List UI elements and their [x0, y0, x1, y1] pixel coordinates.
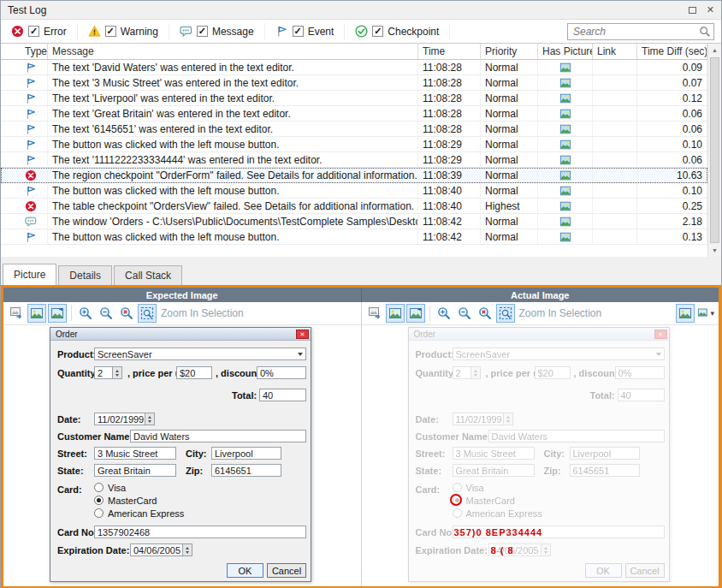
scroll-up-icon[interactable]: ▲ [708, 44, 721, 56]
window-title: Test Log [8, 4, 46, 16]
search-input[interactable] [567, 23, 714, 40]
filter-item-error[interactable]: Error [8, 23, 78, 40]
scrollbar-thumb[interactable] [710, 57, 719, 243]
filter-checkbox[interactable] [197, 26, 208, 37]
table-row[interactable]: The text '6145651' was entered in the te… [1, 122, 707, 137]
filter-checkbox[interactable] [28, 26, 39, 37]
city-label: City: [186, 448, 206, 459]
table-row[interactable]: The button was clicked with the left mou… [1, 137, 707, 152]
filter-item-message[interactable]: Message [176, 23, 265, 40]
quantity-label: Quantity: [57, 368, 98, 378]
price-field: $20 [535, 366, 571, 379]
show-comparison-button[interactable] [676, 304, 695, 323]
card-no-field: 1357902468 [94, 526, 306, 538]
message-icon [180, 25, 192, 38]
row-message: The button was clicked with the left mou… [48, 229, 418, 244]
table-row[interactable]: The region checkpoint "OrderForm" failed… [1, 168, 707, 183]
toolbar-separator [71, 306, 72, 321]
event-icon [25, 123, 37, 135]
image-options-button[interactable]: ▾ [696, 304, 715, 323]
table-row[interactable]: The button was clicked with the left mou… [1, 183, 707, 199]
column-header-type[interactable]: Type [1, 44, 48, 59]
total-field: 40 [259, 389, 306, 401]
event-icon [25, 231, 37, 243]
has-picture-icon [559, 169, 571, 181]
row-priority: Normal [481, 229, 538, 244]
filter-checkbox[interactable] [293, 26, 304, 37]
filter-item-event[interactable]: Event [272, 23, 346, 40]
radio-mastercard [94, 496, 104, 505]
date-spinner [504, 413, 513, 425]
picture-views: Order ✕ Product: ScreenSaver Quantity: 2… [3, 325, 719, 586]
table-row[interactable]: The table checkpoint "OrdersView" failed… [1, 199, 707, 214]
select-region-button[interactable] [48, 304, 67, 323]
actual-toolbar: Zoom In Selection ▾ [362, 302, 719, 324]
table-row[interactable]: The window 'Orders - C:\Users\Public\Doc… [1, 214, 707, 229]
zoom-in-button[interactable] [435, 304, 453, 323]
street-label: Street: [416, 448, 446, 459]
actual-image-title: Actual Image [362, 288, 719, 302]
zoom-out-button[interactable] [97, 304, 115, 323]
expected-image-view[interactable]: Order ✕ Product: ScreenSaver Quantity: 2… [3, 325, 362, 586]
quantity-field: 2 [94, 366, 113, 379]
table-row[interactable]: The text 'Great Britain' was entered in … [1, 106, 707, 122]
export-image-button[interactable] [7, 304, 26, 323]
row-time: 11:08:28 [418, 75, 481, 90]
filter-checkbox[interactable] [372, 26, 383, 37]
row-link [593, 152, 637, 167]
row-time: 11:08:28 [418, 106, 481, 121]
vertical-scrollbar[interactable]: ▲ ▼ [707, 44, 721, 257]
dialog-close-icon: ✕ [654, 330, 667, 339]
row-message: The text '3 Music Street' was entered in… [48, 75, 418, 90]
filter-bar: Error Warning Message Event Checkpoint [1, 20, 721, 44]
customer-name-label: Customer Name: [57, 431, 133, 442]
select-region-button[interactable] [406, 304, 425, 323]
actual-image-view[interactable]: Order ✕ Product: ScreenSaver Quantity: 2… [362, 325, 719, 586]
row-time-diff: 0.10 [637, 137, 707, 151]
pan-image-button[interactable] [27, 304, 46, 323]
close-button[interactable]: ✕ [707, 5, 714, 15]
pan-image-button[interactable] [386, 304, 405, 323]
zoom-in-selection-button[interactable] [496, 304, 515, 323]
event-icon [25, 139, 37, 151]
tab-details[interactable]: Details [58, 265, 112, 285]
column-header-time-diff[interactable]: Time Diff (sec) [637, 44, 707, 59]
message-icon [25, 216, 37, 228]
tab-picture[interactable]: Picture [3, 264, 56, 285]
filter-label: Event [308, 26, 334, 38]
log-table-header: Type Message Time Priority Has Picture L… [1, 44, 707, 60]
filter-item-warning[interactable]: Warning [85, 23, 169, 40]
zoom-reset-button[interactable] [117, 304, 136, 323]
expected-toolbar: Zoom In Selection [3, 302, 362, 324]
radio-visa [453, 483, 462, 492]
filter-item-checkpoint[interactable]: Checkpoint [352, 23, 450, 40]
row-message: The region checkpoint "OrderForm" failed… [48, 168, 418, 182]
zoom-out-button[interactable] [455, 304, 474, 323]
export-image-button[interactable] [365, 304, 384, 323]
zoom-in-selection-button[interactable] [138, 304, 157, 323]
filter-label: Error [44, 26, 67, 38]
zoom-in-button[interactable] [76, 304, 95, 323]
zoom-reset-button[interactable] [476, 304, 494, 323]
table-row[interactable]: The text '3 Music Street' was entered in… [1, 75, 707, 91]
column-header-message[interactable]: Message [48, 44, 418, 59]
has-picture-icon [559, 185, 571, 197]
column-header-priority[interactable]: Priority [481, 44, 538, 59]
product-label: Product: [416, 349, 454, 359]
table-row[interactable]: The text '1111222233334444' was entered … [1, 152, 707, 168]
filter-checkbox[interactable] [105, 26, 116, 37]
table-row[interactable]: The button was clicked with the left mou… [1, 229, 707, 245]
table-row[interactable]: The text 'David Waters' was entered in t… [1, 60, 707, 75]
column-header-has-picture[interactable]: Has Picture [538, 44, 593, 59]
column-header-link[interactable]: Link [593, 44, 637, 59]
restore-button[interactable] [689, 7, 696, 14]
row-time-diff: 0.06 [637, 122, 707, 136]
table-row[interactable]: The text 'Liverpool' was entered in the … [1, 91, 707, 106]
row-priority: Normal [481, 183, 538, 198]
checkpoint-icon [355, 25, 368, 38]
tab-call-stack[interactable]: Call Stack [114, 265, 182, 285]
column-header-time[interactable]: Time [418, 44, 481, 59]
scroll-down-icon[interactable]: ▼ [708, 244, 721, 257]
row-priority: Normal [481, 122, 538, 136]
row-time: 11:08:39 [418, 168, 481, 182]
